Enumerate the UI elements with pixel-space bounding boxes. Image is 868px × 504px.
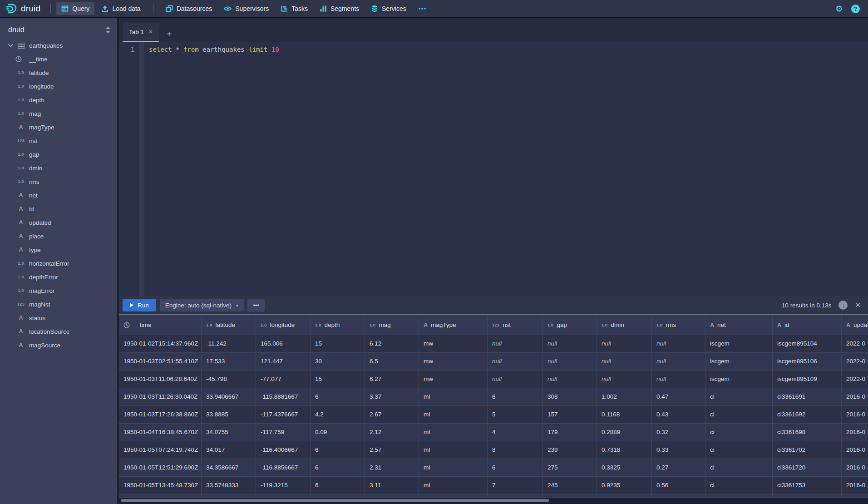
help-icon[interactable]: ? xyxy=(851,5,860,13)
cell-magType[interactable]: ml xyxy=(419,424,488,441)
cell-rms[interactable]: null xyxy=(652,353,705,371)
schema-column-type[interactable]: Atype xyxy=(0,243,117,257)
cell-nst[interactable]: 6 xyxy=(488,388,543,406)
cell-mag[interactable]: 3.37 xyxy=(365,388,419,406)
query-more-button[interactable]: ••• xyxy=(247,299,265,311)
cell-latitude[interactable]: 33.9406667 xyxy=(202,388,256,406)
cell-nst[interactable]: 5 xyxy=(488,406,543,424)
column-header-updated[interactable]: Aupdated xyxy=(842,315,868,335)
cell-net[interactable]: ci xyxy=(705,424,773,441)
cell-depth[interactable]: 6 xyxy=(311,388,365,406)
engine-select-button[interactable]: Engine: auto (sql-native) ▾ xyxy=(160,299,244,311)
cell-rms[interactable]: 0.27 xyxy=(652,459,705,477)
cell-dmin[interactable]: null xyxy=(597,353,652,371)
nav-item-services[interactable]: Services xyxy=(366,2,411,15)
column-header-longitude[interactable]: 1.0longitude xyxy=(256,315,311,335)
nav-item-segments[interactable]: Segments xyxy=(315,2,364,15)
cell-depth[interactable]: 15 xyxy=(311,335,365,353)
cell-updated[interactable]: 2022-0 xyxy=(842,353,868,371)
schema-column-magError[interactable]: 1.0magError xyxy=(0,284,117,297)
brand[interactable]: druid xyxy=(5,3,40,15)
cell-gap[interactable]: null xyxy=(543,353,597,371)
cell-id[interactable]: ci3361720 xyxy=(773,459,842,477)
schema-column-magSource[interactable]: AmagSource xyxy=(0,338,117,352)
column-header-depth[interactable]: 1.0depth xyxy=(311,315,365,335)
cell-magType[interactable]: ml xyxy=(419,477,488,494)
cell-id[interactable]: ci3361702 xyxy=(773,441,842,459)
cell-dmin[interactable]: 0.9235 xyxy=(597,477,652,494)
schema-column-net[interactable]: Anet xyxy=(0,188,117,202)
cell-updated[interactable]: 2022-0 xyxy=(842,371,868,388)
cell-gap[interactable]: 179 xyxy=(543,424,597,441)
schema-column-gap[interactable]: 1.0gap xyxy=(0,148,117,161)
schema-column-place[interactable]: Aplace xyxy=(0,229,117,243)
cell-latitude[interactable]: 34.0755 xyxy=(202,424,256,441)
column-header-dmin[interactable]: 1.0dmin xyxy=(597,315,652,335)
cell-net[interactable]: ci xyxy=(705,459,773,477)
cell-nst[interactable]: 6 xyxy=(488,459,543,477)
cell-dmin[interactable]: 0.1168 xyxy=(597,406,652,424)
cell-__time[interactable]: 1950-01-03T17:26:38.860Z xyxy=(119,406,202,424)
cell-depth[interactable]: 6 xyxy=(311,477,365,494)
cell-magType[interactable]: ml xyxy=(419,406,488,424)
cell-mag[interactable]: 2.12 xyxy=(365,424,419,441)
schema-column-id[interactable]: Aid xyxy=(0,202,117,216)
tab-close-icon[interactable]: ✕ xyxy=(148,29,153,35)
schema-column-updated[interactable]: Aupdated xyxy=(0,216,117,229)
cell-net[interactable]: ci xyxy=(705,441,773,459)
cell-magType[interactable]: ml xyxy=(419,388,488,406)
cell-latitude[interactable]: 33.5748333 xyxy=(202,477,256,494)
cell-mag[interactable]: 2.57 xyxy=(365,441,419,459)
cell-mag[interactable]: 6.27 xyxy=(365,371,419,388)
nav-item-load-data[interactable]: Load data xyxy=(96,2,145,15)
cell-rms[interactable]: 0.56 xyxy=(652,477,705,494)
cell-updated[interactable]: 2016-0 xyxy=(842,477,868,494)
cell-gap[interactable]: 245 xyxy=(543,477,597,494)
cell-depth[interactable]: 6 xyxy=(311,441,365,459)
schema-column-mag[interactable]: 1.0mag xyxy=(0,107,117,120)
cell-gap[interactable]: null xyxy=(543,335,597,353)
cell-longitude[interactable]: -115.8881667 xyxy=(256,388,311,406)
cell-nst[interactable]: null xyxy=(488,353,543,371)
cell-depth[interactable]: 4.2 xyxy=(311,406,365,424)
nav-item-query[interactable]: Query xyxy=(56,2,94,15)
cell-updated[interactable]: 2016-0 xyxy=(842,441,868,459)
cell-longitude[interactable]: -117.759 xyxy=(256,424,311,441)
cell-id[interactable]: iscgem895106 xyxy=(773,353,842,371)
cell-updated[interactable]: 2016-0 xyxy=(842,424,868,441)
nav-item-supervisors[interactable]: Supervisors xyxy=(219,2,274,15)
schema-column-dmin[interactable]: 1.0dmin xyxy=(0,161,117,175)
schema-column-depth[interactable]: 1.0depth xyxy=(0,93,117,107)
cell-depth[interactable]: 15 xyxy=(311,371,365,388)
schema-column-locationSource[interactable]: AlocationSource xyxy=(0,325,117,338)
nav-item-tasks[interactable]: Tasks xyxy=(276,2,313,15)
cell-net[interactable]: ci xyxy=(705,477,773,494)
cell-depth[interactable]: 30 xyxy=(311,353,365,371)
chevron-down-icon[interactable] xyxy=(5,44,15,47)
cell-nst[interactable]: null xyxy=(488,335,543,353)
cell-latitude[interactable]: -11.242 xyxy=(202,335,256,353)
cell-latitude[interactable]: 34.3586667 xyxy=(202,459,256,477)
cell-id[interactable]: iscgem895109 xyxy=(773,371,842,388)
cell-net[interactable]: iscgem xyxy=(705,353,773,371)
cell-__time[interactable]: 1950-01-04T16:38:45.670Z xyxy=(119,424,202,441)
cell-latitude[interactable]: 34.017 xyxy=(202,441,256,459)
cell-dmin[interactable]: 0.2889 xyxy=(597,424,652,441)
cell-latitude[interactable]: 33.8885 xyxy=(202,406,256,424)
cell-magType[interactable]: mw xyxy=(419,371,488,388)
cell-dmin[interactable]: null xyxy=(597,371,652,388)
cell-rms[interactable]: null xyxy=(652,371,705,388)
schema-column-latitude[interactable]: 1.0latitude xyxy=(0,66,117,79)
tab-query[interactable]: Tab 1 ✕ xyxy=(123,23,159,42)
schema-column-magNst[interactable]: 123magNst xyxy=(0,297,117,311)
sql-editor[interactable]: 1 select * from earthquakes limit 10 xyxy=(119,42,868,296)
cell-mag[interactable]: 2.31 xyxy=(365,459,419,477)
cell-longitude[interactable]: -116.4006667 xyxy=(256,441,311,459)
cell-gap[interactable]: null xyxy=(543,371,597,388)
cell-magType[interactable]: mw xyxy=(419,335,488,353)
cell-net[interactable]: ci xyxy=(705,406,773,424)
nav-item-more[interactable] xyxy=(413,2,431,15)
cell-latitude[interactable]: -45.798 xyxy=(202,371,256,388)
column-header-latitude[interactable]: 1.0latitude xyxy=(202,315,256,335)
column-header-id[interactable]: Aid xyxy=(773,315,842,335)
